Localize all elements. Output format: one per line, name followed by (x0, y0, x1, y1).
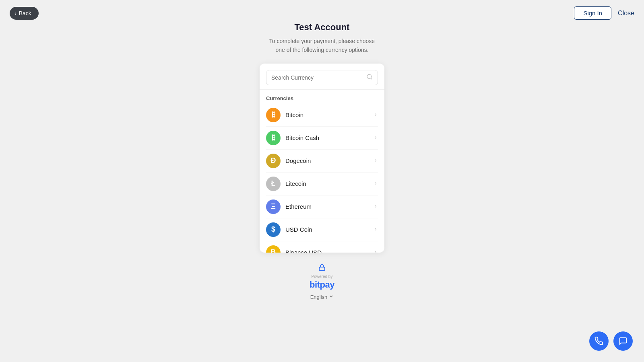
language-selector[interactable]: English (310, 294, 334, 300)
search-box[interactable] (266, 70, 378, 85)
currency-item[interactable]: ŁLitecoin (266, 173, 378, 195)
currency-item[interactable]: ΞEthereum (266, 195, 378, 218)
bitcoin-icon: ₿ (266, 108, 281, 122)
currency-name: Dogecoin (285, 157, 368, 164)
chevron-down-icon (329, 294, 334, 300)
currency-item[interactable]: ₿Bitcoin Cash (266, 127, 378, 150)
chat-fab-button[interactable] (613, 331, 633, 351)
search-wrapper (260, 64, 384, 90)
litecoin-icon: Ł (266, 177, 281, 191)
currency-name: Bitcoin (285, 111, 368, 118)
currency-item[interactable]: ÐDogecoin (266, 150, 378, 173)
currencies-section: Currencies ₿Bitcoin₿Bitcoin CashÐDogecoi… (260, 90, 384, 253)
search-input[interactable] (271, 74, 363, 81)
currency-name: Ethereum (285, 203, 368, 210)
main-content: Test Account To complete your payment, p… (0, 0, 644, 300)
back-button[interactable]: ‹ Back (10, 7, 39, 20)
svg-rect-2 (319, 267, 325, 270)
chevron-right-icon (373, 112, 378, 118)
lock-icon (318, 264, 326, 273)
page-subtitle: To complete your payment, please choose … (269, 37, 375, 55)
header-right: Sign In Close (574, 6, 634, 20)
ethereum-icon: Ξ (266, 200, 281, 214)
footer: Powered by bitpay English (310, 264, 334, 300)
chevron-left-icon: ‹ (14, 10, 17, 16)
currency-name: Binance USD (285, 249, 368, 253)
chevron-right-icon (373, 249, 378, 253)
bitcoin-cash-icon: ₿ (266, 131, 281, 145)
currency-item[interactable]: ₿Bitcoin (266, 104, 378, 127)
dogecoin-icon: Ð (266, 154, 281, 168)
currency-name: Litecoin (285, 180, 368, 187)
back-label: Back (19, 10, 31, 16)
close-button[interactable]: Close (618, 10, 634, 17)
currency-card: Currencies ₿Bitcoin₿Bitcoin CashÐDogecoi… (260, 64, 384, 253)
currency-name: Bitcoin Cash (285, 134, 368, 141)
chevron-right-icon (373, 181, 378, 187)
currency-name: USD Coin (285, 226, 368, 233)
language-label: English (310, 294, 328, 300)
usd-coin-icon: $ (266, 222, 281, 237)
fab-container (589, 331, 633, 351)
currency-list: ₿Bitcoin₿Bitcoin CashÐDogecoinŁLitecoinΞ… (266, 104, 378, 253)
chevron-right-icon (373, 158, 378, 164)
currency-item[interactable]: $USD Coin (266, 218, 378, 241)
chevron-right-icon (373, 226, 378, 233)
phone-fab-button[interactable] (589, 331, 609, 351)
chevron-right-icon (373, 135, 378, 141)
search-icon (366, 74, 373, 82)
powered-by-label: Powered by (312, 274, 333, 279)
binance-usd-icon: B (266, 245, 281, 253)
currency-item[interactable]: BBinance USD (266, 241, 378, 253)
bitpay-logo: bitpay (310, 280, 334, 290)
header: ‹ Back Sign In Close (0, 0, 644, 26)
sign-in-button[interactable]: Sign In (574, 6, 611, 20)
svg-line-1 (371, 78, 372, 79)
currencies-label: Currencies (266, 95, 378, 101)
chevron-right-icon (373, 204, 378, 210)
